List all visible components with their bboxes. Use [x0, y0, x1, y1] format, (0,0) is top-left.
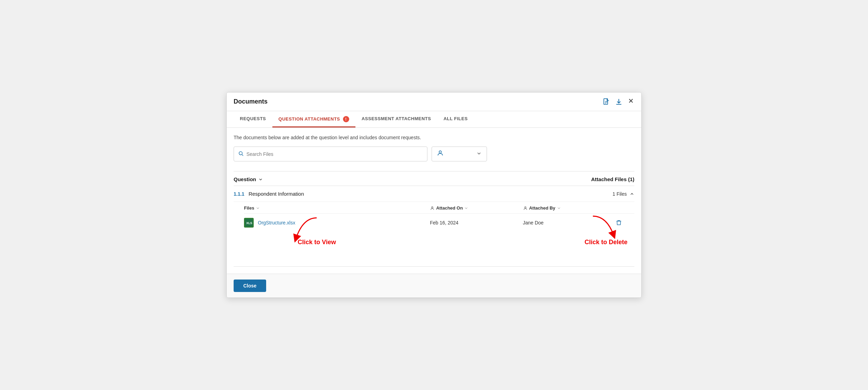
table-section: Question Attached Files (1) 1.1.1 Respon… [234, 171, 634, 267]
tab-assessment-attachments[interactable]: ASSESSMENT ATTACHMENTS [355, 111, 437, 127]
tab-requests[interactable]: REQUESTS [234, 111, 272, 127]
question-right: 1 Files [613, 191, 634, 197]
user-filter-dropdown[interactable] [432, 147, 487, 161]
files-count: 1 Files [613, 191, 627, 197]
close-button[interactable]: Close [234, 280, 266, 292]
documents-modal: Documents [226, 92, 642, 298]
files-sub-table: Files Attached On [234, 202, 634, 267]
search-icon [238, 151, 244, 158]
svg-point-9 [525, 206, 526, 208]
tabs-bar: REQUESTS QUESTION ATTACHMENTS ! ASSESSME… [227, 111, 641, 128]
modal-header: Documents [227, 92, 641, 111]
files-sort-icon [256, 206, 260, 210]
expand-icon[interactable] [630, 192, 634, 196]
question-left: 1.1.1 Respondent Information [234, 191, 304, 197]
svg-text:XLS: XLS [246, 221, 252, 225]
download-icon[interactable] [615, 98, 623, 106]
search-row [234, 147, 634, 161]
attached-files-column-header: Attached Files (1) [591, 176, 634, 182]
xlsx-icon: XLS [245, 219, 253, 227]
search-box[interactable] [234, 147, 427, 161]
svg-point-8 [432, 206, 433, 208]
description-text: The documents below are added at the que… [234, 135, 634, 140]
file-col: XLS OrgStructure.xlsx [244, 218, 430, 228]
person-icon [430, 206, 435, 211]
user-dropdown-icon [437, 150, 444, 158]
question-column-header[interactable]: Question [234, 176, 263, 182]
click-to-delete-label: Click to Delete [585, 239, 627, 246]
person2-icon [523, 206, 528, 211]
svg-point-7 [439, 151, 442, 153]
attached-on-cell: Feb 16, 2024 [430, 220, 523, 225]
modal-footer: Close [227, 274, 641, 298]
question-number: 1.1.1 [234, 191, 244, 197]
annotations-area: Click to View Click to Delete [244, 232, 634, 266]
tab-question-attachments[interactable]: QUESTION ATTACHMENTS ! [272, 111, 355, 127]
files-col-headers: Files Attached On [244, 202, 634, 214]
question-text: Respondent Information [248, 191, 304, 197]
tab-all-files[interactable]: ALL FILES [437, 111, 474, 127]
modal-title: Documents [234, 98, 268, 105]
attached-on-col-header: Attached On [430, 205, 523, 211]
attached-by-sort-icon [557, 206, 561, 210]
table-header-row: Question Attached Files (1) [234, 171, 634, 186]
document-icon[interactable] [603, 98, 610, 106]
click-to-view-label: Click to View [298, 239, 336, 246]
header-actions [603, 97, 634, 106]
question-row: 1.1.1 Respondent Information 1 Files [234, 186, 634, 202]
attached-by-col-header: Attached By [523, 205, 616, 211]
close-icon[interactable] [627, 97, 634, 106]
files-col-header: Files [244, 205, 430, 211]
question-sort-icon [258, 177, 263, 182]
attached-on-sort-icon [464, 206, 468, 210]
svg-point-5 [239, 151, 242, 154]
annotation-wrapper: XLS OrgStructure.xlsx Feb 16, 2024 Jane … [244, 214, 634, 266]
modal-body: The documents below are added at the que… [227, 128, 641, 274]
chevron-down-icon [476, 151, 482, 158]
question-attachments-badge: ! [343, 116, 349, 122]
excel-file-icon: XLS [244, 218, 254, 228]
svg-line-6 [242, 154, 243, 156]
search-input[interactable] [246, 151, 423, 157]
